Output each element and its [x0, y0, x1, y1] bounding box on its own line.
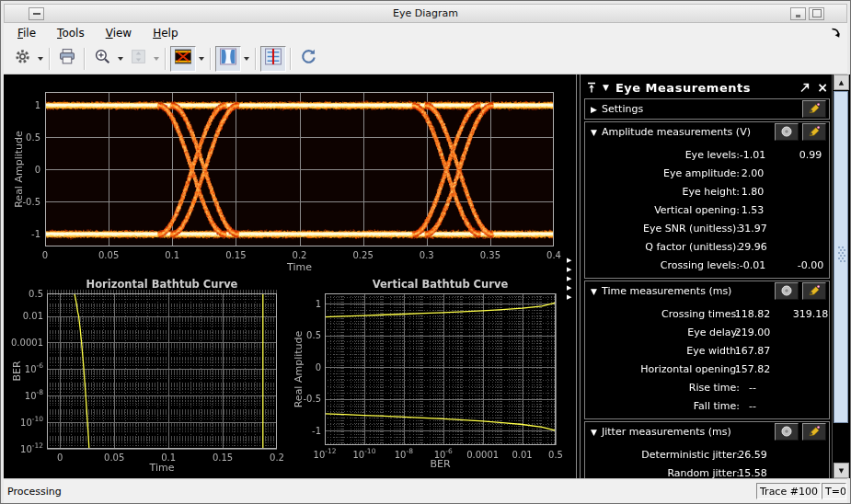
section-title: Jitter measurements (ms) [602, 426, 771, 438]
edit-pencil-icon [808, 100, 821, 118]
time-indicator: T=0 [822, 483, 846, 499]
toolbar-separator [165, 48, 167, 70]
close-panel-icon[interactable]: × [817, 83, 828, 92]
settings-edit-button[interactable] [802, 100, 826, 118]
section-time: ▼Time measurements (ms)Crossing times:11… [584, 281, 830, 419]
scroll-up-button[interactable]: ▲ [834, 74, 849, 90]
autoscale-dropdown[interactable] [151, 47, 161, 71]
measurements-button[interactable] [260, 46, 286, 72]
collapse-icon[interactable]: ▼ [591, 287, 602, 296]
panel-header[interactable]: ▼ Eye Measurements × [582, 74, 832, 98]
jitter-snapshot-button[interactable] [775, 423, 799, 441]
maximize-icon [812, 9, 822, 17]
bathtub-button[interactable] [215, 46, 241, 72]
panel-title: Eye Measurements [615, 81, 799, 95]
panel-splitter-arrows[interactable]: ▶ ▶ ▶ ▶ ▶ [567, 258, 576, 301]
section-jitter: ▼Jitter measurements (ms)Deterministic j… [584, 421, 830, 478]
menu-file[interactable]: File [17, 27, 36, 40]
section-header-settings[interactable]: ▶Settings [585, 99, 829, 119]
menu-tools[interactable]: Tools [57, 27, 85, 40]
eye-diagram-dropdown[interactable] [196, 47, 206, 71]
time-label: T=0 [825, 486, 846, 498]
gear-icon [14, 48, 31, 69]
time-snapshot-button[interactable] [775, 282, 799, 300]
section-title: Amplitude measurements (V) [602, 126, 771, 138]
vertical-bathtub-plot[interactable] [288, 278, 568, 475]
chevron-down-icon [118, 57, 123, 61]
settings-dropdown[interactable] [35, 47, 45, 71]
collapse-icon[interactable]: ▼ [591, 128, 602, 137]
toolbar-separator [49, 48, 51, 70]
measurement-value: 319.18 [792, 308, 829, 320]
pin-icon[interactable] [587, 79, 596, 97]
panel-divider[interactable] [576, 74, 577, 478]
scrollbar-thumb[interactable] [834, 91, 848, 423]
measurement-label: Fall time: [585, 400, 740, 412]
measurement-value: 26.59 [734, 449, 771, 461]
minimize-icon [796, 15, 800, 17]
eye-diagram-button[interactable] [170, 46, 196, 72]
measurement-row: Eye height:1.80 [585, 182, 829, 200]
section-header-time[interactable]: ▼Time measurements (ms) [585, 281, 829, 301]
minimize-button[interactable] [790, 7, 806, 20]
refresh-button[interactable] [295, 46, 321, 72]
settings-button[interactable] [9, 46, 35, 72]
dock-icon[interactable] [830, 27, 842, 41]
measurement-label: Crossing times: [585, 308, 740, 320]
zoom-button[interactable] [89, 46, 115, 72]
content-area: ▶ ▶ ▶ ▶ ▶ ▼ Eye Measurements × ▶Settings… [4, 74, 847, 478]
toolbar-separator [290, 48, 292, 70]
amplitude-edit-button[interactable] [802, 123, 826, 141]
section-header-jitter[interactable]: ▼Jitter measurements (ms) [585, 422, 829, 441]
measurement-label: Horizontal opening: [585, 363, 740, 375]
measurement-value: 1.80 [734, 186, 771, 198]
measurement-row: Random jitter:15.58 [585, 464, 829, 478]
title-bar[interactable]: Eye Diagram [4, 4, 847, 23]
print-button[interactable] [54, 46, 80, 72]
section-rows: Deterministic jitter:26.59Random jitter:… [585, 441, 829, 478]
measurement-row: Fall time:-- [585, 396, 829, 415]
bathtub-dropdown[interactable] [241, 47, 251, 71]
horizontal-bathtub-plot[interactable] [6, 278, 288, 475]
chevron-down-icon [244, 57, 249, 61]
collapse-icon[interactable]: ▼ [591, 428, 602, 437]
autoscale-button[interactable] [125, 46, 151, 72]
toolbar-separator [84, 48, 86, 70]
measurement-row: Eye SNR (unitless):31.97 [585, 219, 829, 237]
maximize-button[interactable] [809, 7, 824, 20]
trace-label: Trace #100 [760, 486, 818, 498]
amplitude-snapshot-button[interactable] [775, 123, 799, 141]
collapse-panel-icon[interactable]: ▼ [603, 83, 609, 92]
panel-scrollbar[interactable]: ▲ ▼ [832, 74, 850, 478]
expand-icon[interactable]: ▶ [591, 105, 602, 114]
edit-pencil-icon [808, 282, 821, 300]
collapse-right-icon: ▶ [567, 285, 576, 292]
zoom-in-icon [94, 48, 111, 69]
eye-diagram-plot[interactable] [6, 77, 568, 278]
system-menu-button[interactable] [29, 7, 44, 20]
measurement-row: Vertical opening:1.53 [585, 200, 829, 219]
undock-icon[interactable] [799, 79, 810, 97]
jitter-edit-button[interactable] [802, 423, 826, 441]
time-edit-button[interactable] [802, 282, 826, 300]
refresh-icon [299, 48, 317, 69]
measurement-label: Eye SNR (unitless): [585, 223, 740, 235]
measurement-label: Deterministic jitter: [585, 449, 740, 461]
measurement-label: Eye height: [585, 186, 740, 198]
measurement-value: -- [734, 400, 771, 412]
measurement-row: Horizontal opening:157.82 [585, 360, 829, 378]
chevron-down-icon [38, 57, 43, 61]
edit-pencil-icon [808, 423, 821, 441]
menu-help[interactable]: Help [153, 27, 178, 40]
measurement-value: -0.01 [734, 259, 771, 271]
measurement-value: 167.87 [734, 345, 771, 357]
scroll-down-button[interactable]: ▼ [834, 463, 849, 478]
measurement-label: Random jitter: [585, 467, 740, 479]
measurement-value: 15.58 [734, 467, 771, 479]
zoom-dropdown[interactable] [115, 47, 125, 71]
menu-view[interactable]: View [106, 27, 132, 40]
measurement-row: Q factor (unitless):29.96 [585, 237, 829, 256]
section-header-amplitude[interactable]: ▼Amplitude measurements (V) [585, 122, 829, 142]
window-title: Eye Diagram [5, 7, 846, 19]
measurement-value: 0.99 [792, 149, 829, 161]
